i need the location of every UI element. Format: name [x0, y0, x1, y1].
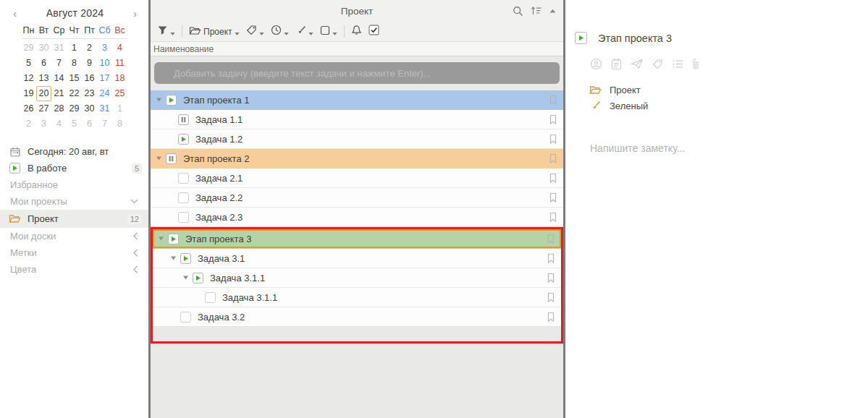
- note-input[interactable]: Напишите заметку...: [590, 142, 868, 154]
- filter-time-button[interactable]: [271, 25, 289, 38]
- task-row[interactable]: Задача 2.3: [151, 208, 563, 227]
- calendar-day[interactable]: 3: [36, 116, 51, 132]
- calendar-day[interactable]: 9: [82, 56, 97, 71]
- task-checkbox[interactable]: [205, 292, 216, 303]
- bookmark-icon[interactable]: [549, 212, 557, 223]
- chevron-left-icon[interactable]: [133, 249, 138, 257]
- bookmark-icon[interactable]: [549, 173, 557, 184]
- filter-project-button[interactable]: Проект: [189, 25, 240, 38]
- calendar-day[interactable]: 27: [36, 101, 51, 116]
- play-status-icon[interactable]: [168, 234, 179, 244]
- bookmark-icon[interactable]: [547, 292, 555, 303]
- calendar-day[interactable]: 31: [97, 101, 112, 116]
- task-row[interactable]: Задача 2.1: [151, 169, 563, 188]
- play-status-icon[interactable]: [178, 134, 189, 145]
- calendar-prev-button[interactable]: ‹: [13, 8, 17, 19]
- calendar-day[interactable]: 18: [112, 71, 127, 86]
- calendar-day[interactable]: 23: [82, 86, 97, 101]
- task-row[interactable]: Задача 1.1: [151, 110, 563, 129]
- calendar-day[interactable]: 17: [97, 71, 112, 86]
- calendar-day[interactable]: 21: [51, 86, 67, 101]
- play-status-icon[interactable]: [193, 273, 203, 283]
- calendar-day[interactable]: 2: [82, 40, 97, 56]
- bookmark-icon[interactable]: [549, 114, 557, 125]
- send-icon[interactable]: [631, 59, 644, 69]
- bookmark-icon[interactable]: [547, 312, 555, 323]
- calendar-day[interactable]: 6: [82, 116, 97, 132]
- expander-icon[interactable]: [155, 155, 162, 161]
- calendar-day[interactable]: 8: [112, 116, 127, 132]
- task-checkbox[interactable]: [180, 312, 191, 323]
- calendar-day[interactable]: 1: [112, 101, 127, 116]
- filter-tag-button[interactable]: [246, 25, 264, 38]
- calendar-day[interactable]: 13: [36, 71, 51, 86]
- calendar-day[interactable]: 8: [67, 56, 82, 71]
- stage-row[interactable]: Этап проекта 2: [151, 149, 563, 169]
- sidebar-item-project[interactable]: Проект12: [0, 210, 148, 228]
- pause-status-icon[interactable]: [178, 114, 189, 125]
- calendar-day[interactable]: 1: [67, 40, 82, 56]
- add-task-input[interactable]: Добавить задачу (введите текст задачи и …: [154, 62, 560, 84]
- calendar-day[interactable]: 2: [21, 116, 36, 132]
- calendar-day[interactable]: 30: [82, 101, 97, 116]
- calendar-day[interactable]: 22: [67, 86, 82, 101]
- play-status-icon[interactable]: [180, 253, 191, 264]
- bookmark-icon[interactable]: [547, 234, 555, 244]
- calendar-day[interactable]: 7: [97, 116, 112, 132]
- bookmark-icon[interactable]: [549, 153, 557, 164]
- checklist-icon[interactable]: [672, 59, 683, 69]
- task-row[interactable]: Задача 3.1.1: [153, 288, 561, 307]
- chevron-left-icon[interactable]: [133, 232, 138, 240]
- notifications-button[interactable]: [351, 25, 362, 38]
- task-checkbox[interactable]: [178, 192, 189, 203]
- calendar-day[interactable]: 4: [51, 116, 67, 132]
- sidebar-item-in-work[interactable]: В работе5: [0, 160, 148, 176]
- expander-icon[interactable]: [157, 236, 164, 242]
- sidebar-item-labels[interactable]: Метки: [0, 244, 148, 261]
- detail-property[interactable]: Проект: [589, 82, 868, 98]
- calendar-day[interactable]: 28: [51, 101, 67, 116]
- filter-status-button[interactable]: [320, 25, 337, 38]
- expander-icon[interactable]: [182, 275, 189, 281]
- bookmark-icon[interactable]: [547, 273, 555, 283]
- calendar-day[interactable]: 19: [21, 86, 36, 101]
- attachment-icon[interactable]: [692, 58, 699, 70]
- calendar-day[interactable]: 5: [21, 56, 36, 71]
- collapse-panel-icon[interactable]: [549, 9, 556, 13]
- calendar-day[interactable]: 26: [21, 101, 36, 116]
- calendar-next-button[interactable]: ›: [133, 8, 137, 19]
- search-icon[interactable]: [513, 6, 523, 17]
- detail-property[interactable]: Зеленый: [589, 98, 868, 114]
- calendar-day[interactable]: 14: [51, 71, 67, 86]
- play-status-icon[interactable]: [575, 32, 587, 44]
- task-row[interactable]: Задача 1.2: [151, 129, 563, 149]
- sidebar-item-my-boards[interactable]: Мои доски: [0, 228, 148, 244]
- sidebar-item-today[interactable]: Сегодня: 20 авг, вт: [0, 143, 148, 160]
- stage-row[interactable]: Этап проекта 3: [153, 229, 561, 249]
- calendar-day[interactable]: 10: [97, 56, 112, 71]
- calendar-day[interactable]: 7: [51, 56, 67, 71]
- sidebar-item-my-projects[interactable]: Мои проекты: [0, 193, 148, 210]
- calendar-day-today[interactable]: 20: [36, 86, 51, 101]
- calendar-day[interactable]: 25: [112, 86, 127, 101]
- task-row[interactable]: Задача 3.1.1: [153, 268, 561, 288]
- pause-status-icon[interactable]: [166, 153, 177, 164]
- calendar-day[interactable]: 24: [97, 86, 112, 101]
- bookmark-icon[interactable]: [549, 192, 557, 203]
- calendar-day[interactable]: 29: [21, 40, 36, 56]
- filter-color-button[interactable]: [295, 25, 313, 38]
- bookmark-icon[interactable]: [549, 134, 557, 145]
- calendar-day[interactable]: 12: [21, 71, 36, 86]
- calendar-day[interactable]: 4: [112, 40, 127, 56]
- sidebar-item-colors[interactable]: Цвета: [0, 261, 148, 278]
- schedule-icon[interactable]: [611, 58, 622, 70]
- show-completed-checkbox[interactable]: [368, 25, 379, 38]
- task-checkbox[interactable]: [178, 212, 189, 223]
- calendar-day[interactable]: 11: [112, 56, 127, 71]
- tag-icon[interactable]: [652, 59, 663, 69]
- chevron-left-icon[interactable]: [133, 265, 138, 273]
- sort-icon[interactable]: [531, 6, 542, 16]
- calendar-day[interactable]: 6: [36, 56, 51, 71]
- task-checkbox[interactable]: [178, 173, 189, 184]
- task-row[interactable]: Задача 2.2: [151, 188, 563, 208]
